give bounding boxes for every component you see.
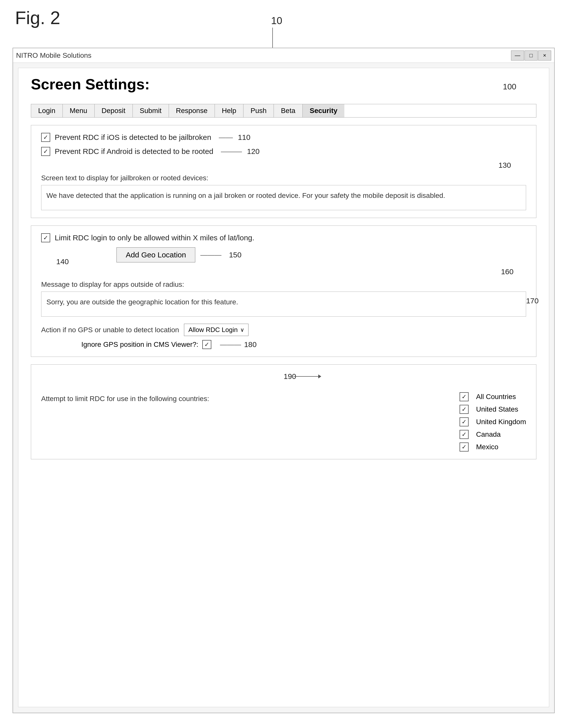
checkbox-geo-label: Limit RDC login to only be allowed withi…: [55, 233, 254, 242]
checkbox-android-label: Prevent RDC if Android is detected to be…: [55, 147, 213, 156]
country-united-states: ✓ United States: [460, 405, 526, 414]
nav-tabs: Login Menu Deposit Submit Response Help …: [31, 104, 536, 118]
tab-security[interactable]: Security: [303, 104, 345, 117]
app-title: NITRO Mobile Solutions: [16, 51, 91, 59]
add-geo-button[interactable]: Add Geo Location: [116, 247, 195, 262]
ref-120: 120: [247, 147, 260, 156]
checkbox-row-geo: ✓ Limit RDC login to only be allowed wit…: [41, 233, 526, 242]
checkbox-united-states[interactable]: ✓: [460, 405, 469, 414]
ref-190-arrow: [294, 376, 319, 377]
ref-150: 150: [229, 250, 242, 259]
tab-deposit[interactable]: Deposit: [95, 104, 133, 117]
jailbreak-text-box[interactable]: We have detected that the application is…: [41, 185, 526, 210]
country-canada: ✓ Canada: [460, 430, 526, 439]
minimize-button[interactable]: —: [511, 50, 524, 60]
countries-label: Attempt to limit RDC for use in the foll…: [41, 392, 450, 403]
geo-msg-label: Message to display for apps outside of r…: [41, 281, 526, 289]
countries-list: ✓ All Countries ✓ United States ✓ United…: [460, 392, 526, 451]
ref-130: 130: [499, 161, 511, 170]
country-label-mexico: Mexico: [476, 443, 499, 451]
country-label-uk: United Kingdom: [476, 418, 526, 426]
ignore-label: Ignore GPS position in CMS Viewer?:: [81, 341, 198, 349]
page-title: Screen Settings:: [31, 75, 150, 93]
ref-170: 170: [526, 297, 539, 305]
main-window: NITRO Mobile Solutions — □ × Screen Sett…: [13, 48, 555, 713]
country-united-kingdom: ✓ United Kingdom: [460, 417, 526, 426]
action-row: Action if no GPS or unable to detect loc…: [41, 324, 526, 336]
section-geo: ✓ Limit RDC login to only be allowed wit…: [31, 225, 536, 357]
checkbox-ios-label: Prevent RDC if iOS is detected to be jai…: [55, 133, 211, 142]
country-mexico: ✓ Mexico: [460, 442, 526, 451]
tab-submit[interactable]: Submit: [133, 104, 169, 117]
checkbox-row-android: ✓ Prevent RDC if Android is detected to …: [41, 147, 526, 156]
country-label-all: All Countries: [476, 393, 516, 401]
action-label: Action if no GPS or unable to detect loc…: [41, 326, 179, 334]
geo-msg-box[interactable]: Sorry, you are outside the geographic lo…: [41, 292, 526, 317]
title-bar: NITRO Mobile Solutions — □ ×: [13, 48, 554, 63]
country-label-us: United States: [476, 405, 518, 413]
checkbox-geo[interactable]: ✓: [41, 233, 50, 242]
ref-160: 160: [501, 267, 514, 276]
tab-beta[interactable]: Beta: [274, 104, 303, 117]
ref-10-arrow: [272, 28, 273, 50]
checkbox-all-countries[interactable]: ✓: [460, 392, 469, 401]
tab-response[interactable]: Response: [169, 104, 215, 117]
countries-section: Attempt to limit RDC for use in the foll…: [41, 392, 526, 451]
ref-110: 110: [238, 133, 251, 142]
ref-180: 180: [244, 340, 257, 349]
checkbox-mexico[interactable]: ✓: [460, 442, 469, 451]
window-controls: — □ ×: [511, 50, 551, 60]
checkbox-android[interactable]: ✓: [41, 147, 50, 156]
close-button[interactable]: ×: [538, 50, 551, 60]
section-countries: 190 Attempt to limit RDC for use in the …: [31, 364, 536, 459]
checkbox-row-ios: ✓ Prevent RDC if iOS is detected to be j…: [41, 133, 526, 142]
ref-100: 100: [503, 82, 516, 92]
country-all-countries: ✓ All Countries: [460, 392, 526, 401]
checkbox-ios[interactable]: ✓: [41, 133, 50, 142]
action-dropdown[interactable]: Allow RDC Login ∨: [184, 324, 249, 336]
tab-push[interactable]: Push: [244, 104, 274, 117]
tab-login[interactable]: Login: [31, 104, 63, 117]
content-area: Screen Settings: 100 Login Menu Deposit …: [18, 68, 549, 707]
checkbox-canada[interactable]: ✓: [460, 430, 469, 439]
section-jailbreak: ✓ Prevent RDC if iOS is detected to be j…: [31, 125, 536, 218]
maximize-button[interactable]: □: [525, 50, 538, 60]
ref-10: 10: [271, 15, 282, 26]
country-label-canada: Canada: [476, 430, 501, 438]
jailbreak-text-label: Screen text to display for jailbroken or…: [41, 174, 526, 182]
figure-label: Fig. 2: [15, 8, 60, 28]
add-geo-row: 140 Add Geo Location ——— 150: [41, 247, 526, 262]
ref-140: 140: [56, 257, 69, 266]
checkbox-ignore-gps[interactable]: ✓: [202, 340, 211, 349]
checkbox-united-kingdom[interactable]: ✓: [460, 417, 469, 426]
tab-menu[interactable]: Menu: [63, 104, 95, 117]
dropdown-arrow-icon: ∨: [240, 327, 244, 333]
ignore-gps-row: Ignore GPS position in CMS Viewer?: ✓ ——…: [41, 340, 526, 349]
dropdown-value: Allow RDC Login: [188, 326, 238, 334]
tab-help[interactable]: Help: [215, 104, 244, 117]
